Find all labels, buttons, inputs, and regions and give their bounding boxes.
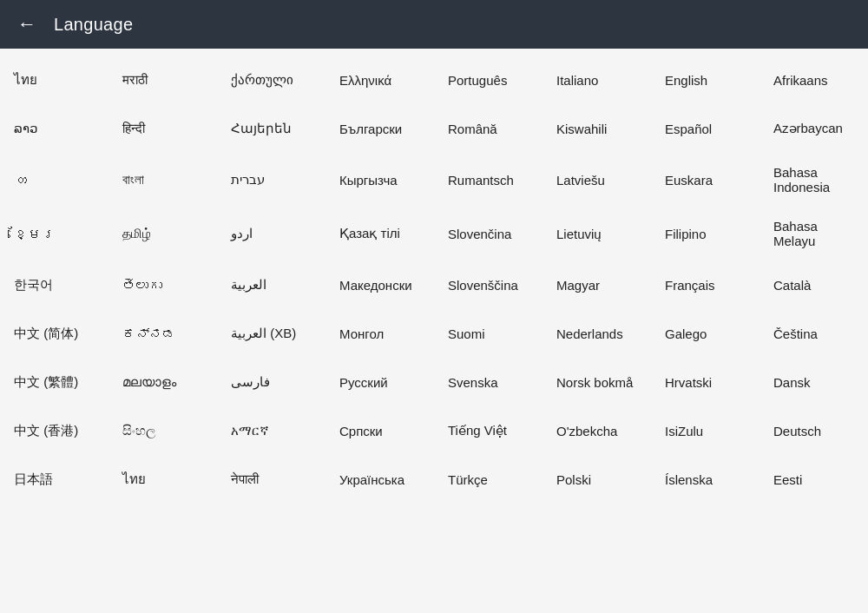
header: ← Language [0,0,868,49]
language-item[interactable]: తెలుగు [108,260,217,309]
language-item[interactable]: العربية (XB) [217,309,326,358]
language-item[interactable]: တ [0,153,108,207]
language-item[interactable]: සිංහල [108,406,217,455]
language-item[interactable]: ລາວ [0,104,108,153]
language-item[interactable]: Español [651,104,760,153]
language-item[interactable]: Rumantsch [434,153,542,207]
language-item[interactable]: Українська [326,455,434,504]
language-item[interactable]: 日本語 [0,455,108,504]
language-item[interactable]: മലയാളം [108,358,217,406]
language-item[interactable]: Norsk bokmå [542,358,651,406]
language-item[interactable]: Eesti [760,455,868,504]
language-item[interactable]: Português [434,56,542,104]
page-title: Language [54,15,133,35]
language-item[interactable]: Lietuvių [542,207,651,260]
back-button[interactable]: ← [17,15,36,34]
language-item[interactable]: Հայերեն [217,104,326,153]
language-item[interactable]: Bahasa Indonesia [760,153,868,207]
language-item[interactable]: Slovenščina [434,260,542,309]
language-item[interactable]: 한국어 [0,260,108,309]
language-item[interactable]: Hrvatski [651,358,760,406]
language-item[interactable]: Čeština [760,309,868,358]
language-item[interactable]: አማርኛ [217,406,326,455]
language-item[interactable]: ไทย [108,455,217,504]
language-item[interactable]: فارسی [217,358,326,406]
language-item[interactable]: العربية [217,260,326,309]
language-item[interactable]: ಕನ್ನಡ [108,309,217,358]
language-item[interactable]: 中文 (简体) [0,309,108,358]
language-item[interactable]: मराठी [108,56,217,104]
language-item[interactable]: Suomi [434,309,542,358]
language-item[interactable]: Kiswahili [542,104,651,153]
language-item[interactable]: हिन्दी [108,104,217,153]
language-item[interactable]: Latviešu [542,153,651,207]
language-item[interactable]: Tiếng Việt [434,406,542,455]
language-item[interactable]: Русский [326,358,434,406]
language-item[interactable]: Galego [651,309,760,358]
language-item[interactable]: اردو [217,207,326,260]
language-item[interactable]: O'zbekcha [542,406,651,455]
language-item[interactable]: Polski [542,455,651,504]
language-item[interactable]: বাংলা [108,153,217,207]
language-item[interactable]: 中文 (繁體) [0,358,108,406]
language-item[interactable]: ქართული [217,56,326,104]
language-item[interactable]: English [651,56,760,104]
language-item[interactable]: Română [434,104,542,153]
language-item[interactable]: Filipino [651,207,760,260]
language-item[interactable]: Svenska [434,358,542,406]
language-item[interactable]: नेपाली [217,455,326,504]
language-item[interactable]: Íslenska [651,455,760,504]
language-item[interactable]: Afrikaans [760,56,868,104]
language-item[interactable]: தமிழ் [108,207,217,260]
language-item[interactable]: Dansk [760,358,868,406]
language-item[interactable]: Français [651,260,760,309]
language-item[interactable]: Монгол [326,309,434,358]
language-item[interactable]: Кыргызча [326,153,434,207]
language-item[interactable]: ខ្មែរ [0,207,108,260]
language-item[interactable]: Deutsch [760,406,868,455]
language-item[interactable]: Български [326,104,434,153]
language-item[interactable]: Italiano [542,56,651,104]
language-item[interactable]: Slovenčina [434,207,542,260]
language-item[interactable]: Euskara [651,153,760,207]
language-item[interactable]: Azərbaycan [760,104,868,153]
language-item[interactable]: Српски [326,406,434,455]
language-item[interactable]: Қазақ тілі [326,207,434,260]
language-item[interactable]: Català [760,260,868,309]
language-item[interactable]: 中文 (香港) [0,406,108,455]
language-item[interactable]: Nederlands [542,309,651,358]
language-item[interactable]: עברית [217,153,326,207]
language-item[interactable]: Bahasa Melayu [760,207,868,260]
language-item[interactable]: Magyar [542,260,651,309]
language-item[interactable]: IsiZulu [651,406,760,455]
language-item[interactable]: Македонски [326,260,434,309]
language-item[interactable]: Türkçe [434,455,542,504]
language-item[interactable]: Ελληνικά [326,56,434,104]
language-grid: ไทยमराठीქართულიΕλληνικάPortuguêsItaliano… [0,49,868,511]
language-item[interactable]: ไทย [0,56,108,104]
